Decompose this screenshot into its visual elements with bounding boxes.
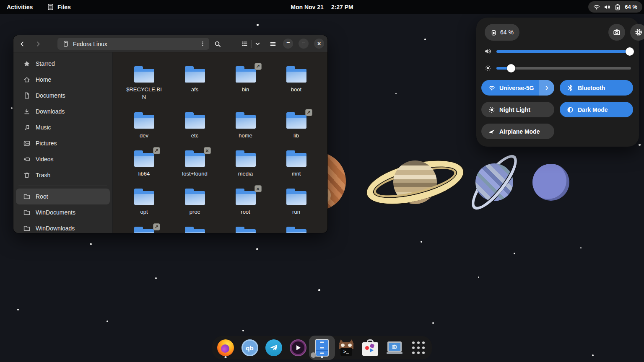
file-name: afs	[191, 86, 198, 93]
screenshot-button[interactable]	[608, 24, 625, 41]
battery-icon	[491, 29, 497, 36]
list-view-button[interactable]	[238, 38, 251, 50]
file-item[interactable]: proc	[169, 189, 220, 227]
close-button[interactable]: ×	[314, 39, 324, 49]
file-item[interactable]: run	[271, 189, 322, 227]
wifi-expand-button[interactable]	[539, 80, 554, 96]
file-item[interactable]	[220, 227, 271, 233]
star	[639, 144, 641, 146]
maximize-button[interactable]	[299, 39, 309, 49]
sidebar-item-trash[interactable]: Trash	[16, 167, 110, 183]
path-bar[interactable]: Fedora Linux	[57, 38, 209, 50]
toggle-dark-mode[interactable]: Dark Mode	[560, 102, 633, 117]
folder-front	[134, 118, 154, 129]
sidebar-item-videos[interactable]: Videos	[16, 151, 110, 167]
sidebar-item-downloads[interactable]: Downloads	[16, 103, 110, 119]
clock-button[interactable]: Mon Nov 21 2:27 PM	[291, 0, 353, 14]
download-icon	[23, 108, 30, 115]
kebab-menu-icon[interactable]	[200, 41, 206, 47]
folder-icon: ↗	[236, 66, 256, 83]
toggle-night-light[interactable]: Night Light	[481, 102, 554, 117]
back-button[interactable]	[16, 38, 29, 50]
header-bar: Fedora Linux − ×	[13, 35, 327, 52]
view-options-button[interactable]	[252, 38, 265, 50]
sidebar-item-starred[interactable]: Starred	[16, 56, 110, 72]
toggle-main[interactable]: Dark Mode	[560, 102, 633, 117]
folder-icon	[236, 150, 256, 167]
folder-front	[236, 118, 256, 129]
toggle-universe-5g[interactable]: Universe-5G	[481, 80, 554, 96]
list-view-icon	[242, 41, 248, 47]
top-bar: Activities Files Mon Nov 21 2:27 PM 64 %	[0, 0, 644, 14]
sidebar-place-root[interactable]: Root	[16, 189, 110, 204]
dock-app-kitty[interactable]: >_	[336, 336, 356, 359]
file-item[interactable]: ↗lib64	[119, 150, 169, 189]
telegram-icon	[265, 339, 282, 356]
software-store-icon	[362, 339, 378, 356]
system-tray-button[interactable]: 64 %	[588, 1, 642, 13]
brightness-slider[interactable]	[496, 67, 631, 70]
sidebar-place-windocuments[interactable]: WinDocuments	[16, 204, 110, 220]
toggle-main[interactable]: Airplane Mode	[481, 124, 554, 139]
folder-front	[134, 232, 154, 233]
file-item[interactable]: ↗bin	[220, 66, 271, 112]
sidebar-item-music[interactable]: Music	[16, 119, 110, 135]
file-view: $RECYCLE.BINafs↗binbootdevetchome↗lib↗li…	[113, 52, 327, 233]
dock-app-app-grid[interactable]	[408, 336, 428, 359]
sidebar-item-label: Home	[36, 76, 51, 83]
sidebar: StarredHomeDocumentsDownloadsMusicPictur…	[13, 52, 113, 233]
location-label: Fedora Linux	[73, 41, 200, 47]
file-item[interactable]	[271, 227, 322, 233]
file-item[interactable]: $RECYCLE.BIN	[119, 66, 169, 112]
toggle-bluetooth[interactable]: Bluetooth	[560, 80, 633, 96]
minimize-button[interactable]: −	[283, 39, 293, 49]
file-item[interactable]: home	[220, 112, 271, 150]
folder-front	[185, 232, 205, 233]
file-item[interactable]: afs	[169, 66, 220, 112]
dock-app-firefox[interactable]	[216, 336, 236, 359]
file-item[interactable]: ↗lib	[271, 112, 322, 150]
toggle-main[interactable]: Bluetooth	[560, 80, 633, 96]
star	[90, 243, 92, 245]
dock-app-screenshot[interactable]	[384, 336, 405, 359]
file-name: boot	[291, 86, 301, 93]
sidebar-item-home[interactable]: Home	[16, 72, 110, 88]
wifi-icon	[488, 85, 495, 91]
file-item[interactable]: ×root	[220, 189, 271, 227]
file-item[interactable]: ↗	[119, 227, 169, 233]
settings-button[interactable]	[630, 24, 644, 41]
folder-front	[185, 156, 205, 167]
file-item[interactable]: etc	[169, 112, 220, 150]
file-name: lib	[293, 132, 299, 140]
file-name: dev	[140, 132, 148, 140]
file-item[interactable]: dev	[119, 112, 169, 150]
quick-settings-panel: 64 % Universe-5GBluetoothNight LightDark…	[476, 18, 639, 147]
toggle-airplane-mode[interactable]: Airplane Mode	[481, 124, 554, 139]
hamburger-menu-button[interactable]	[267, 38, 279, 50]
toggle-main[interactable]: Night Light	[481, 102, 554, 117]
search-button[interactable]	[211, 38, 224, 50]
file-item[interactable]: media	[220, 150, 271, 189]
volume-slider[interactable]	[496, 50, 631, 53]
file-item[interactable]: boot	[271, 66, 322, 112]
search-icon	[214, 41, 221, 47]
battery-percent: 64 %	[625, 4, 637, 10]
star	[11, 107, 13, 109]
dock-app-mpv[interactable]	[288, 336, 308, 359]
dock-app-qbittorrent[interactable]: qb	[240, 336, 260, 359]
sidebar-item-documents[interactable]: Documents	[16, 88, 110, 103]
dock-app-telegram[interactable]	[264, 336, 284, 359]
file-item[interactable]: ×lost+found	[169, 150, 220, 189]
forward-button[interactable]	[32, 38, 44, 50]
battery-icon	[614, 4, 621, 10]
file-item[interactable]	[169, 227, 220, 233]
sidebar-place-windownloads[interactable]: WinDownloads	[16, 220, 110, 233]
file-item[interactable]: opt	[119, 189, 169, 227]
toggle-main[interactable]: Universe-5G	[481, 80, 539, 96]
sidebar-item-pictures[interactable]: Pictures	[16, 135, 110, 151]
activities-button[interactable]: Activities	[7, 0, 33, 14]
dock-app-software[interactable]	[360, 336, 380, 359]
app-menu-button[interactable]: Files	[47, 0, 71, 14]
folder-icon	[185, 112, 205, 129]
file-item[interactable]: mnt	[271, 150, 322, 189]
